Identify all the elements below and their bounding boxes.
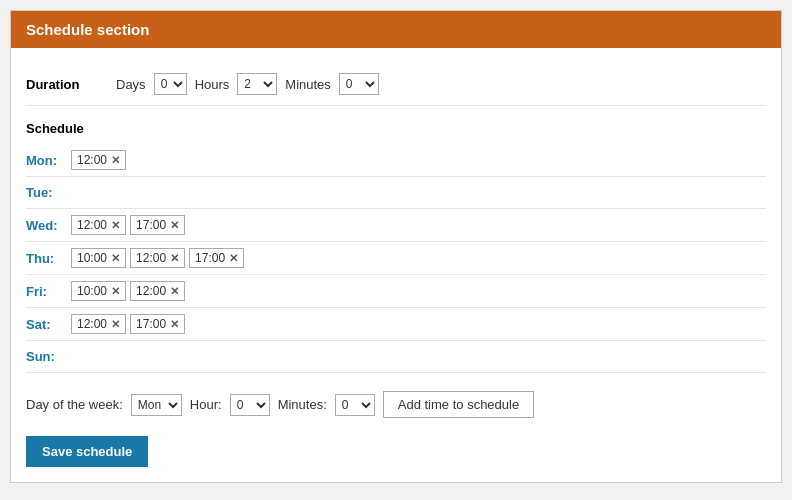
time-tag: 12:00 ✕ [71, 314, 126, 334]
remove-time-icon[interactable]: ✕ [111, 252, 120, 265]
day-label-fri: Fri: [26, 284, 71, 299]
remove-time-icon[interactable]: ✕ [111, 318, 120, 331]
remove-time-icon[interactable]: ✕ [170, 252, 179, 265]
remove-time-icon[interactable]: ✕ [170, 219, 179, 232]
section-header: Schedule section [11, 11, 781, 48]
time-value: 12:00 [77, 218, 107, 232]
time-tags-sat: 12:00 ✕ 17:00 ✕ [71, 314, 185, 334]
day-label-tue: Tue: [26, 185, 71, 200]
time-tag: 17:00 ✕ [130, 314, 185, 334]
time-tag: 12:00 ✕ [71, 215, 126, 235]
day-label-sun: Sun: [26, 349, 71, 364]
minutes-select[interactable]: 051015202530 [339, 73, 379, 95]
duration-label: Duration [26, 77, 116, 92]
add-minutes-label: Minutes: [278, 397, 327, 412]
time-tags-mon: 12:00 ✕ [71, 150, 126, 170]
day-row-sun: Sun: [26, 341, 766, 373]
duration-fields: Days 01234567 Hours 0123456789101112 Min… [116, 73, 379, 95]
schedule-container: Schedule section Duration Days 01234567 … [10, 10, 782, 483]
day-row-mon: Mon: 12:00 ✕ [26, 144, 766, 177]
time-value: 12:00 [136, 284, 166, 298]
time-value: 10:00 [77, 251, 107, 265]
time-tag: 10:00 ✕ [71, 248, 126, 268]
day-row-thu: Thu: 10:00 ✕ 12:00 ✕ 17:00 ✕ [26, 242, 766, 275]
time-tags-fri: 10:00 ✕ 12:00 ✕ [71, 281, 185, 301]
schedule-title: Schedule [26, 121, 766, 136]
add-time-section: Day of the week: MonTueWedThuFriSatSun H… [26, 391, 766, 418]
time-tag: 12:00 ✕ [130, 281, 185, 301]
time-tag: 17:00 ✕ [130, 215, 185, 235]
time-value: 12:00 [136, 251, 166, 265]
days-select[interactable]: 01234567 [154, 73, 187, 95]
day-row-tue: Tue: [26, 177, 766, 209]
remove-time-icon[interactable]: ✕ [111, 219, 120, 232]
time-value: 17:00 [136, 317, 166, 331]
schedule-section: Schedule Mon: 12:00 ✕ Tue: Wed: [26, 121, 766, 373]
remove-time-icon[interactable]: ✕ [111, 154, 120, 167]
time-tags-thu: 10:00 ✕ 12:00 ✕ 17:00 ✕ [71, 248, 244, 268]
hours-select[interactable]: 0123456789101112 [237, 73, 277, 95]
time-tag: 17:00 ✕ [189, 248, 244, 268]
time-tag: 12:00 ✕ [71, 150, 126, 170]
day-label-mon: Mon: [26, 153, 71, 168]
header-title: Schedule section [26, 21, 149, 38]
time-tags-wed: 12:00 ✕ 17:00 ✕ [71, 215, 185, 235]
minutes-label: Minutes [285, 77, 331, 92]
remove-time-icon[interactable]: ✕ [170, 318, 179, 331]
day-label-wed: Wed: [26, 218, 71, 233]
time-value: 17:00 [136, 218, 166, 232]
time-value: 12:00 [77, 153, 107, 167]
add-minutes-select[interactable]: 0510152025303540455055 [335, 394, 375, 416]
time-tag: 12:00 ✕ [130, 248, 185, 268]
remove-time-icon[interactable]: ✕ [229, 252, 238, 265]
save-schedule-button[interactable]: Save schedule [26, 436, 148, 467]
day-row-sat: Sat: 12:00 ✕ 17:00 ✕ [26, 308, 766, 341]
remove-time-icon[interactable]: ✕ [111, 285, 120, 298]
add-hour-label: Hour: [190, 397, 222, 412]
hours-label: Hours [195, 77, 230, 92]
remove-time-icon[interactable]: ✕ [170, 285, 179, 298]
day-of-week-label: Day of the week: [26, 397, 123, 412]
day-row-wed: Wed: 12:00 ✕ 17:00 ✕ [26, 209, 766, 242]
time-tag: 10:00 ✕ [71, 281, 126, 301]
time-value: 12:00 [77, 317, 107, 331]
day-label-thu: Thu: [26, 251, 71, 266]
days-label: Days [116, 77, 146, 92]
add-hour-select[interactable]: 01234567891011121314151617181920212223 [230, 394, 270, 416]
day-of-week-select[interactable]: MonTueWedThuFriSatSun [131, 394, 182, 416]
day-row-fri: Fri: 10:00 ✕ 12:00 ✕ [26, 275, 766, 308]
day-label-sat: Sat: [26, 317, 71, 332]
content-area: Duration Days 01234567 Hours 01234567891… [11, 48, 781, 482]
time-value: 17:00 [195, 251, 225, 265]
duration-row: Duration Days 01234567 Hours 01234567891… [26, 63, 766, 106]
time-value: 10:00 [77, 284, 107, 298]
add-time-button[interactable]: Add time to schedule [383, 391, 534, 418]
